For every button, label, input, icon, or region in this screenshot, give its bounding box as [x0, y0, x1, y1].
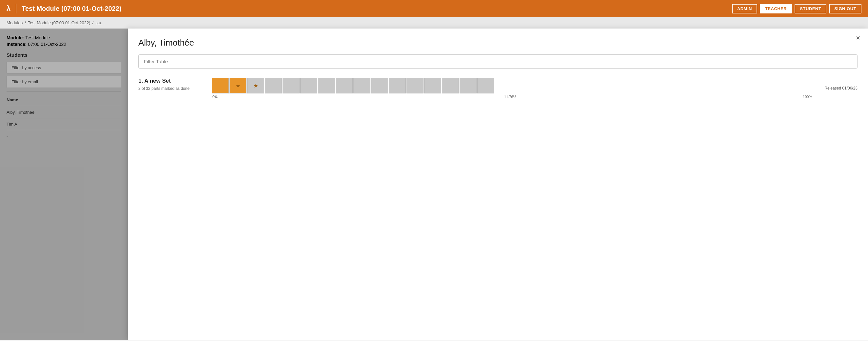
label-mid: 11.76% — [504, 95, 516, 99]
segment-11[interactable] — [389, 78, 406, 93]
segment-4[interactable] — [265, 78, 282, 93]
set-subtitle: 2 of 32 parts marked as done — [138, 86, 204, 91]
student-button[interactable]: STUDENT — [795, 4, 826, 13]
segment-14[interactable] — [442, 78, 459, 93]
breadcrumb: Modules / Test Module (07:00 01-Oct-2022… — [0, 17, 868, 29]
segment-16[interactable] — [477, 78, 494, 93]
header-title: Test Module (07:00 01-Oct-2022) — [22, 5, 732, 12]
modal-title: Alby, Timothée — [138, 38, 858, 48]
segment-13[interactable] — [424, 78, 441, 93]
segment-5[interactable] — [283, 78, 300, 93]
segment-10[interactable] — [371, 78, 388, 93]
breadcrumb-modules[interactable]: Modules — [6, 20, 23, 25]
set-title: 1. A new Set — [138, 78, 204, 84]
segment-8[interactable] — [336, 78, 353, 93]
header-divider — [16, 4, 17, 13]
filter-table-input[interactable] — [138, 55, 858, 68]
segment-9[interactable] — [353, 78, 370, 93]
segment-12[interactable] — [406, 78, 424, 93]
segment-7[interactable] — [318, 78, 335, 93]
segment-6[interactable] — [300, 78, 317, 93]
star-icon-gray: ★ — [253, 83, 258, 89]
label-start: 0% — [212, 95, 218, 99]
progress-bar: ★ ★ — [212, 78, 813, 93]
modal: × Alby, Timothée 1. A new Set 2 of 32 pa… — [128, 29, 868, 340]
segment-1[interactable] — [212, 78, 229, 93]
breadcrumb-current: stu... — [95, 20, 104, 25]
modal-close-button[interactable]: × — [856, 34, 860, 42]
set-released: Released 01/06/23 — [825, 86, 858, 91]
logo: λ — [6, 4, 10, 13]
set-section: 1. A new Set 2 of 32 parts marked as don… — [138, 78, 858, 99]
segment-2[interactable]: ★ — [229, 78, 247, 93]
segment-3[interactable]: ★ — [247, 78, 264, 93]
header-buttons: ADMIN TEACHER STUDENT SIGN OUT — [732, 4, 862, 13]
label-end: 100% — [803, 95, 812, 99]
sign-out-button[interactable]: SIGN OUT — [829, 4, 862, 13]
segment-15[interactable] — [460, 78, 476, 93]
breadcrumb-sep1: / — [25, 20, 26, 25]
breadcrumb-sep2: / — [92, 20, 94, 25]
modal-overlay: × Alby, Timothée 1. A new Set 2 of 32 pa… — [0, 29, 868, 340]
admin-button[interactable]: ADMIN — [732, 4, 757, 13]
teacher-button[interactable]: TEACHER — [760, 4, 792, 13]
breadcrumb-module[interactable]: Test Module (07:00 01-Oct-2022) — [28, 20, 90, 25]
set-info: 1. A new Set 2 of 32 parts marked as don… — [138, 78, 204, 91]
star-icon-orange: ★ — [236, 83, 240, 89]
main-layout: Module: Test Module Instance: 07:00 01-O… — [0, 29, 868, 340]
progress-labels: 0% 11.76% 100% — [212, 95, 813, 99]
header: λ Test Module (07:00 01-Oct-2022) ADMIN … — [0, 0, 868, 17]
set-progress-area: ★ ★ — [212, 78, 813, 99]
